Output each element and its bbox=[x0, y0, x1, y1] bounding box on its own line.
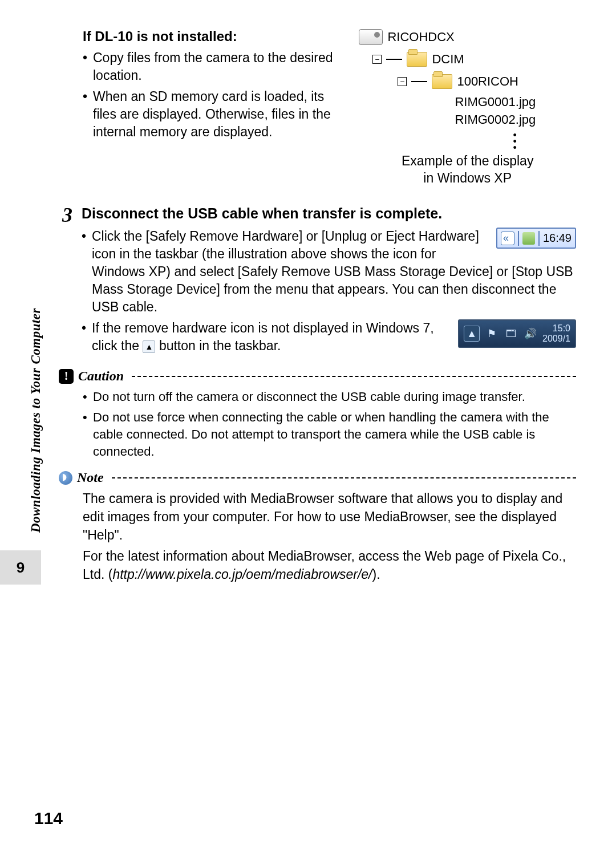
show-hidden-icons-icon: ▲ bbox=[464, 326, 480, 342]
folder-icon bbox=[432, 74, 452, 89]
tree-collapse-icon: − bbox=[372, 55, 382, 64]
tray-expand-icon bbox=[501, 232, 514, 245]
side-section-title: Downloading Images to Your Computer bbox=[29, 308, 43, 533]
dl10-heading: If DL-10 is not installed: bbox=[83, 29, 347, 44]
folder-tree-figure: RICOHDCX − DCIM − 100RICOH RIMG0001 bbox=[359, 29, 576, 187]
action-center-icon: ⚑ bbox=[484, 326, 499, 341]
note-icon bbox=[59, 471, 72, 485]
caution-label: Caution bbox=[78, 368, 124, 384]
battery-icon: 🗔 bbox=[504, 326, 518, 341]
tree-caption-line1: Example of the display bbox=[359, 153, 576, 170]
step3-bullet-2-post: button in the taskbar. bbox=[159, 338, 281, 353]
step-number: 3 bbox=[59, 203, 76, 227]
drive-icon bbox=[359, 29, 383, 45]
caution-list: Do not turn off the camera or disconnect… bbox=[83, 388, 576, 460]
note-paragraph-2: For the latest information about MediaBr… bbox=[83, 547, 576, 583]
safely-remove-hardware-icon bbox=[522, 232, 535, 245]
tree-file-1: RIMG0001.jpg bbox=[455, 94, 576, 111]
step-title: Disconnect the USB cable when transfer i… bbox=[82, 205, 576, 222]
dl10-bullets: Copy files from the camera to the desire… bbox=[83, 49, 347, 141]
tree-folder1-label: DCIM bbox=[432, 51, 464, 68]
note-url: http://www.pixela.co.jp/oem/mediabrowser… bbox=[112, 567, 372, 582]
tree-folder2-label: 100RICOH bbox=[457, 73, 518, 91]
step-3: 3 Disconnect the USB cable when transfer… bbox=[83, 203, 576, 358]
tree-root-label: RICOHDCX bbox=[387, 29, 454, 46]
note-paragraph-1: The camera is provided with MediaBrowser… bbox=[83, 490, 576, 544]
caution-item-2: Do not use force when connecting the cab… bbox=[93, 409, 576, 460]
note-label: Note bbox=[77, 470, 104, 485]
winxp-systray-figure: 16:49 bbox=[496, 228, 576, 249]
step3-bullets: 16:49 Click the [Safely Remove Hardware]… bbox=[82, 228, 576, 355]
note-callout: Note The camera is provided with MediaBr… bbox=[59, 470, 576, 584]
win7-clock: 15:02009/1 bbox=[542, 323, 570, 343]
caution-item-1: Do not turn off the camera or disconnect… bbox=[93, 388, 576, 405]
tree-caption-line2: in Windows XP bbox=[359, 170, 576, 187]
caution-icon: ! bbox=[59, 369, 74, 384]
volume-icon: 🔊 bbox=[523, 326, 538, 341]
tree-collapse-icon: − bbox=[398, 77, 407, 86]
content-area: If DL-10 is not installed: Copy files fr… bbox=[83, 29, 576, 584]
tree-file-2: RIMG0002.jpg bbox=[455, 111, 576, 129]
dl10-bullet-1: Copy files from the camera to the desire… bbox=[93, 49, 347, 84]
manual-page: Downloading Images to Your Computer 9 11… bbox=[0, 0, 616, 868]
tree-ellipsis-icon: ••• bbox=[455, 132, 576, 151]
xp-clock: 16:49 bbox=[543, 230, 572, 246]
side-chapter-number: 9 bbox=[0, 550, 41, 585]
step3-bullet-2: ▲ ⚑ 🗔 🔊 15:02009/1 If the remove hardwar… bbox=[92, 319, 576, 355]
step3-bullet-1: 16:49 Click the [Safely Remove Hardware]… bbox=[92, 228, 576, 316]
dl10-text: If DL-10 is not installed: Copy files fr… bbox=[83, 29, 347, 144]
up-arrow-button-icon: ▲ bbox=[143, 340, 155, 353]
folder-icon bbox=[407, 52, 427, 67]
dl10-section: If DL-10 is not installed: Copy files fr… bbox=[83, 29, 576, 187]
win7-systray-figure: ▲ ⚑ 🗔 🔊 15:02009/1 bbox=[458, 319, 576, 347]
caution-callout: ! Caution Do not turn off the camera or … bbox=[59, 368, 576, 460]
dl10-bullet-2: When an SD memory card is loaded, its fi… bbox=[93, 88, 347, 141]
page-number: 114 bbox=[34, 809, 63, 828]
